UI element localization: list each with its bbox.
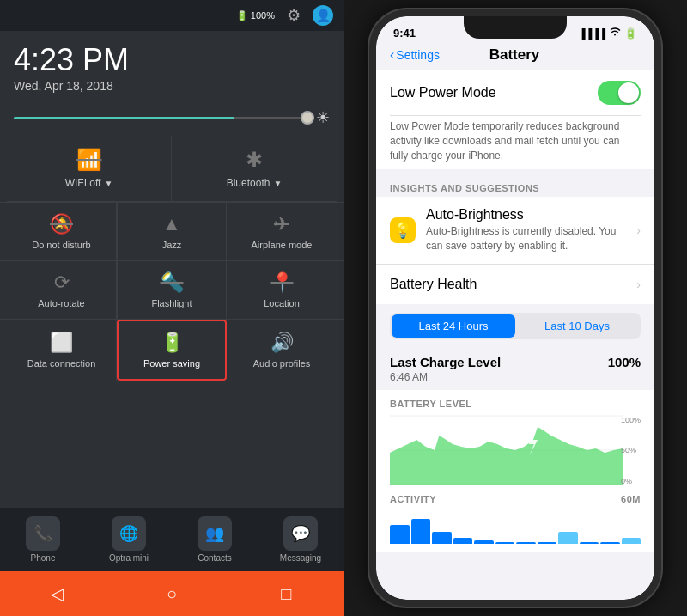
battery-chart-svg bbox=[390, 414, 641, 487]
audio-profiles-label: Audio profiles bbox=[253, 358, 311, 369]
last-charge-label: Last Charge Level bbox=[390, 355, 501, 369]
airplane-toggle[interactable]: ✈ Airplane mode bbox=[227, 203, 337, 260]
auto-brightness-title: Auto-Brightness bbox=[426, 207, 626, 223]
app-messaging[interactable]: 💬 Messaging bbox=[258, 511, 344, 568]
time-tabs: Last 24 Hours Last 10 Days bbox=[390, 313, 641, 339]
android-panel: 🔋 100% ⚙ 👤 4:23 PM Wed, Apr 18, 2018 ☀ 📶… bbox=[0, 0, 344, 616]
brightness-fill bbox=[14, 117, 234, 119]
low-power-mode-desc: Low Power Mode temporarily reduces backg… bbox=[390, 116, 641, 169]
airplane-icon: ✈ bbox=[274, 213, 289, 235]
autorotate-toggle[interactable]: ⟳ Auto-rotate bbox=[7, 261, 117, 319]
autorotate-icon: ⟳ bbox=[54, 271, 70, 294]
data-connection-toggle[interactable]: ⬜ Data connection bbox=[7, 320, 117, 381]
gear-icon[interactable]: ⚙ bbox=[283, 5, 304, 26]
chevron-left-icon: ‹ bbox=[390, 47, 394, 63]
activity-bar-5 bbox=[474, 540, 494, 544]
recent-button[interactable]: □ bbox=[269, 576, 303, 611]
bluetooth-label: Bluetooth ▼ bbox=[227, 177, 283, 189]
last-charge-row: Last Charge Level 100% bbox=[376, 348, 654, 371]
location-toggle[interactable]: 📍 Location bbox=[227, 261, 337, 319]
home-button[interactable]: ○ bbox=[155, 576, 189, 611]
quick-grid-row2: 🔕 Do not disturb ▲ Jazz ✈ Airplane mode bbox=[0, 202, 344, 260]
activity-bar-3 bbox=[432, 532, 452, 544]
low-power-mode-toggle[interactable] bbox=[598, 81, 641, 105]
wifi-label: WIFI off ▼ bbox=[65, 177, 113, 189]
phone-icon: 📞 bbox=[26, 516, 60, 551]
chevron-right-icon: › bbox=[636, 278, 641, 291]
messaging-label: Messaging bbox=[280, 553, 321, 563]
iphone-notch bbox=[464, 16, 567, 39]
flashlight-toggle[interactable]: 🔦 Flashlight bbox=[117, 261, 227, 319]
activity-bar-6 bbox=[495, 542, 515, 544]
back-button[interactable]: ‹ Settings bbox=[390, 47, 440, 63]
dnd-toggle[interactable]: 🔕 Do not disturb bbox=[7, 203, 117, 260]
brightness-slider[interactable] bbox=[14, 117, 307, 119]
auto-brightness-desc: Auto-Brightness is currently disabled. Y… bbox=[426, 223, 626, 253]
auto-brightness-icon: 💡 bbox=[390, 217, 416, 243]
iphone-wrapper: 9:41 ▐▐▐▐ 🔋 ‹ Settings Battery bbox=[344, 0, 687, 616]
wifi-toggle[interactable]: 📶 WIFI off ▼ bbox=[7, 136, 172, 202]
low-power-mode-label: Low Power Mode bbox=[390, 85, 598, 101]
app-optra[interactable]: 🌐 Optra mini bbox=[86, 511, 172, 568]
phone-label: Phone bbox=[31, 553, 56, 563]
app-row: 📞 Phone 🌐 Optra mini 👥 Contacts 💬 Messag… bbox=[0, 508, 344, 571]
brightness-row: ☀ bbox=[0, 100, 344, 136]
last-charge-time: 6:46 AM bbox=[376, 371, 654, 390]
app-contacts[interactable]: 👥 Contacts bbox=[172, 511, 258, 568]
chart-label-0: 0% bbox=[621, 477, 641, 485]
iphone-screen: 9:41 ▐▐▐▐ 🔋 ‹ Settings Battery bbox=[376, 16, 654, 600]
activity-bar-10 bbox=[580, 542, 599, 544]
battery-indicator: 🔋 100% bbox=[236, 10, 275, 21]
low-power-mode-row: Low Power Mode bbox=[390, 70, 641, 116]
data-connection-label: Data connection bbox=[27, 358, 96, 369]
bluetooth-toggle[interactable]: ✱ Bluetooth ▼ bbox=[172, 136, 337, 202]
tab-10d[interactable]: Last 10 Days bbox=[515, 314, 639, 338]
power-saving-toggle[interactable]: 🔋 Power saving bbox=[117, 320, 227, 381]
activity-bar-11 bbox=[600, 542, 620, 544]
iphone-status-icons: ▐▐▐▐ 🔋 bbox=[579, 27, 637, 40]
battery-chart-section: BATTERY LEVEL bbox=[376, 390, 654, 552]
activity-bar-1 bbox=[390, 525, 410, 544]
tab-24h[interactable]: Last 24 Hours bbox=[392, 314, 515, 338]
optra-label: Optra mini bbox=[109, 553, 149, 563]
auto-brightness-text: Auto-Brightness Auto-Brightness is curre… bbox=[426, 207, 626, 253]
activity-bar-4 bbox=[453, 538, 473, 544]
back-button[interactable]: ◁ bbox=[40, 576, 75, 611]
android-nav: ◁ ○ □ bbox=[0, 571, 344, 616]
auto-brightness-row[interactable]: 💡 Auto-Brightness Auto-Brightness is cur… bbox=[376, 197, 654, 264]
data-connection-icon: ⬜ bbox=[50, 332, 73, 354]
chevron-right-icon: › bbox=[636, 223, 641, 237]
activity-bar-8 bbox=[538, 542, 557, 544]
toggle-knob bbox=[618, 82, 639, 103]
activity-label: 60m bbox=[621, 494, 641, 504]
brightness-icon: ☀ bbox=[316, 108, 330, 127]
page-title: Battery bbox=[440, 46, 589, 64]
insights-header: INSIGHTS AND SUGGESTIONS bbox=[376, 176, 654, 197]
battery-level-chart: 100% 50% 0% bbox=[390, 414, 641, 487]
avatar-icon[interactable]: 👤 bbox=[313, 5, 333, 26]
activity-bar-2 bbox=[411, 519, 431, 544]
power-saving-icon: 🔋 bbox=[161, 332, 184, 354]
current-date: Wed, Apr 18, 2018 bbox=[14, 79, 330, 93]
activity-bar-9 bbox=[558, 532, 578, 544]
iphone-content: Low Power Mode Low Power Mode temporaril… bbox=[376, 70, 654, 600]
dnd-icon: 🔕 bbox=[50, 213, 73, 235]
autorotate-label: Auto-rotate bbox=[38, 298, 84, 308]
jazz-toggle[interactable]: ▲ Jazz bbox=[117, 203, 227, 260]
low-power-mode-section: Low Power Mode Low Power Mode temporaril… bbox=[376, 70, 654, 169]
contacts-label: Contacts bbox=[198, 553, 231, 563]
messaging-icon: 💬 bbox=[283, 516, 318, 551]
optra-icon: 🌐 bbox=[112, 516, 146, 551]
android-status-bar: 🔋 100% ⚙ 👤 bbox=[0, 0, 344, 31]
iphone-nav: ‹ Settings Battery bbox=[376, 43, 654, 70]
quick-grid-row3: ⟳ Auto-rotate 🔦 Flashlight 📍 Location bbox=[0, 260, 344, 319]
quick-grid-row1: 📶 WIFI off ▼ ✱ Bluetooth ▼ bbox=[0, 136, 344, 202]
activity-bar-12 bbox=[622, 538, 641, 544]
audio-profiles-toggle[interactable]: 🔊 Audio profiles bbox=[227, 320, 337, 381]
location-icon: 📍 bbox=[271, 271, 294, 294]
battery-health-row[interactable]: Battery Health › bbox=[376, 264, 654, 304]
time-block: 4:23 PM Wed, Apr 18, 2018 bbox=[0, 31, 344, 100]
chart-label-50: 50% bbox=[621, 446, 641, 454]
iphone-time: 9:41 bbox=[393, 27, 416, 40]
app-phone[interactable]: 📞 Phone bbox=[0, 511, 86, 568]
